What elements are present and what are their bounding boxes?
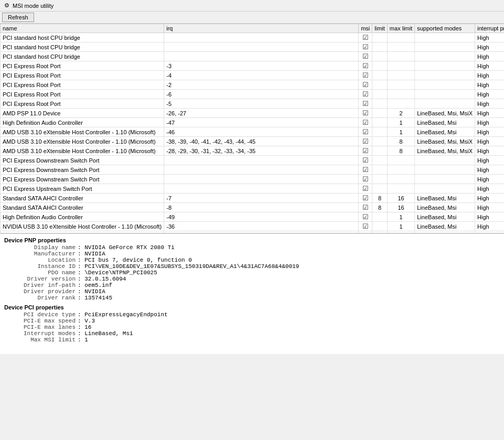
msi-checkbox[interactable]: ☑	[362, 71, 369, 79]
cell-msi[interactable]: ☑	[359, 156, 372, 165]
table-row[interactable]: PCI Express Root Port -6 ☑ High ▼	[1, 90, 505, 99]
table-row[interactable]: PCI Express Upstream Switch Port ☑ High …	[1, 184, 505, 194]
cell-msi[interactable]: ☑	[359, 118, 372, 127]
table-row[interactable]: PCI Express Root Port -4 ☑ High ▼	[1, 71, 505, 80]
table-row[interactable]: PCI Express Root Port -5 ☑ High ▼	[1, 99, 505, 109]
cell-msi[interactable]: ☑	[359, 33, 372, 42]
msi-checkbox[interactable]: ☑	[362, 62, 369, 70]
msi-checkbox[interactable]: ☑	[362, 119, 369, 126]
msi-checkbox[interactable]: ☑	[362, 156, 369, 164]
cell-priority[interactable]: High ▼	[475, 203, 504, 212]
cell-msi[interactable]: ☑	[359, 212, 372, 222]
detail-value: : 1	[78, 337, 88, 343]
msi-checkbox[interactable]: ☑	[362, 185, 369, 192]
msi-checkbox[interactable]: ☑	[362, 34, 369, 41]
cell-msi[interactable]: ☑	[359, 127, 372, 137]
cell-msi[interactable]: ☑	[359, 203, 372, 212]
cell-modes	[415, 156, 475, 165]
cell-msi[interactable]: ☑	[359, 61, 372, 71]
msi-checkbox[interactable]: ☑	[362, 194, 369, 202]
cell-priority[interactable]: High ▼	[475, 61, 504, 71]
table-row[interactable]: NVIDIA USB 3.10 eXtensible Host Controll…	[1, 222, 505, 231]
table-row[interactable]: AMD USB 3.10 eXtensible Host Controller …	[1, 137, 505, 146]
cell-limit	[372, 137, 388, 146]
cell-msi[interactable]: ☑	[359, 137, 372, 146]
table-row[interactable]: PCI Express Root Port -3 ☑ High ▼	[1, 61, 505, 71]
cell-msi[interactable]: ☑	[359, 146, 372, 156]
cell-priority[interactable]: High ▼	[475, 146, 504, 156]
cell-msi[interactable]: ☑	[359, 109, 372, 118]
cell-limit	[372, 80, 388, 90]
cell-priority[interactable]: High ▼	[475, 99, 504, 109]
cell-priority[interactable]: High ▼	[475, 127, 504, 137]
table-row[interactable]: High Definition Audio Controller -47 ☑ 1…	[1, 118, 505, 127]
table-row[interactable]: AMD PSP 11.0 Device -26, -27 ☑ 2 LineBas…	[1, 109, 505, 118]
cell-priority[interactable]: High ▼	[475, 212, 504, 222]
msi-checkbox[interactable]: ☑	[362, 147, 369, 155]
cell-priority[interactable]: High ▼	[475, 71, 504, 80]
table-row[interactable]: PCI standard host CPU bridge ☑ High ▼	[1, 52, 505, 61]
header-modes: supported modes	[415, 24, 475, 33]
cell-priority[interactable]: High ▼	[475, 80, 504, 90]
msi-checkbox[interactable]: ☑	[362, 90, 369, 98]
table-row[interactable]: AMD USB 3.10 eXtensible Host Controller …	[1, 127, 505, 137]
cell-msi[interactable]: ☑	[359, 175, 372, 184]
cell-msi[interactable]: ☑	[359, 99, 372, 109]
cell-priority[interactable]: High ▼	[475, 33, 504, 42]
msi-checkbox[interactable]: ☑	[362, 213, 369, 221]
cell-priority[interactable]: High ▼	[475, 52, 504, 61]
cell-msi[interactable]: ☑	[359, 90, 372, 99]
cell-msi[interactable]: ☑	[359, 42, 372, 52]
priority-value: High	[477, 72, 504, 79]
table-row[interactable]: AMD USB 3.10 eXtensible Host Controller …	[1, 146, 505, 156]
cell-priority[interactable]: High ▼	[475, 156, 504, 165]
table-row[interactable]: PCI Express Downstream Switch Port ☑ Hig…	[1, 156, 505, 165]
table-row[interactable]: PCI Express Root Port -2 ☑ High ▼	[1, 80, 505, 90]
table-row[interactable]: PCI Express Downstream Switch Port ☑ Hig…	[1, 165, 505, 175]
table-row[interactable]: Standard SATA AHCI Controller -7 ☑ 8 16 …	[1, 194, 505, 203]
cell-priority[interactable]: High ▼	[475, 90, 504, 99]
cell-priority[interactable]: High ▼	[475, 109, 504, 118]
cell-priority[interactable]: High ▼	[475, 165, 504, 175]
table-row[interactable]: PCI standard host CPU bridge ☑ High ▼	[1, 42, 505, 52]
detail-row: Interrupt modes : LineBased, Msi	[4, 330, 500, 337]
cell-name: PCI Express Root Port	[1, 61, 164, 71]
msi-checkbox[interactable]: ☑	[362, 43, 369, 51]
cell-maxlimit	[387, 42, 414, 52]
cell-limit	[372, 109, 388, 118]
msi-checkbox[interactable]: ☑	[362, 175, 369, 183]
cell-msi[interactable]: ☑	[359, 71, 372, 80]
cell-msi[interactable]: ☑	[359, 222, 372, 231]
msi-checkbox[interactable]: ☑	[362, 166, 369, 174]
msi-checkbox[interactable]: ☑	[362, 100, 369, 108]
msi-checkbox[interactable]: ☑	[362, 203, 369, 211]
cell-msi[interactable]: ☑	[359, 52, 372, 61]
cell-priority[interactable]: High ▼	[475, 222, 504, 231]
msi-checkbox[interactable]: ☑	[362, 109, 369, 117]
cell-priority[interactable]: High ▼	[475, 137, 504, 146]
table-row[interactable]: Standard SATA AHCI Controller -8 ☑ 8 16 …	[1, 203, 505, 212]
cell-msi[interactable]: ☑	[359, 184, 372, 194]
cell-msi[interactable]: ☑	[359, 80, 372, 90]
main-table-container[interactable]: name irq msi limit max limit supported m…	[0, 24, 504, 233]
cell-priority[interactable]: High ▼	[475, 194, 504, 203]
cell-priority[interactable]: High ▼	[475, 42, 504, 52]
table-row[interactable]: High Definition Audio Controller -49 ☑ 1…	[1, 212, 505, 222]
cell-msi[interactable]: ☑	[359, 194, 372, 203]
detail-label: PCI device type	[4, 312, 78, 318]
table-row[interactable]: PCI standard host CPU bridge ☑ High ▼	[1, 33, 505, 42]
refresh-button[interactable]: Refresh	[2, 13, 34, 22]
cell-irq	[164, 52, 359, 61]
msi-checkbox[interactable]: ☑	[362, 128, 369, 136]
cell-priority[interactable]: High ▼	[475, 184, 504, 194]
cell-msi[interactable]: ☑	[359, 165, 372, 175]
msi-checkbox[interactable]: ☑	[362, 137, 369, 145]
detail-row: Max MSI limit : 1	[4, 337, 500, 343]
cell-limit	[372, 33, 388, 42]
msi-checkbox[interactable]: ☑	[362, 52, 369, 60]
cell-priority[interactable]: High ▼	[475, 118, 504, 127]
cell-priority[interactable]: High ▼	[475, 175, 504, 184]
table-row[interactable]: PCI Express Downstream Switch Port ☑ Hig…	[1, 175, 505, 184]
msi-checkbox[interactable]: ☑	[362, 81, 369, 89]
msi-checkbox[interactable]: ☑	[362, 222, 369, 230]
